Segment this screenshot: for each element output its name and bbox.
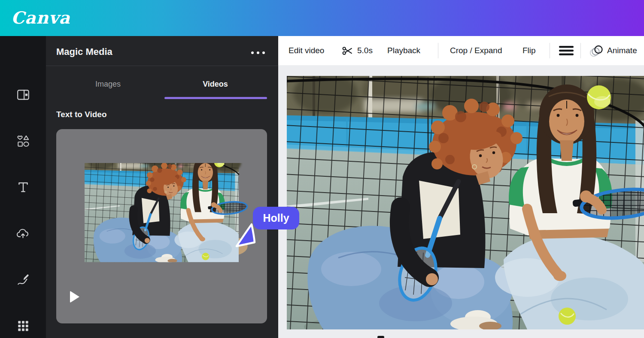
playback-button[interactable]: Playback xyxy=(387,36,420,65)
active-tab-underline xyxy=(164,97,267,99)
uploads-cloud-icon xyxy=(16,227,30,241)
edit-video-button[interactable]: Edit video xyxy=(289,36,324,65)
animate-button[interactable]: Animate xyxy=(590,36,637,65)
more-dots-icon[interactable] xyxy=(248,48,268,57)
video-thumbnail[interactable] xyxy=(56,163,267,272)
crop-expand-button[interactable]: Crop / Expand xyxy=(450,36,502,65)
animate-label: Animate xyxy=(607,46,637,55)
canva-logo: Canva xyxy=(11,8,70,27)
play-icon[interactable] xyxy=(70,291,79,303)
sidebar-item-apps[interactable] xyxy=(0,311,46,338)
toolbar-divider xyxy=(550,43,550,58)
trim-duration: 5.0s xyxy=(357,46,373,55)
magic-media-panel: Magic Media Images Videos Text to Video xyxy=(46,36,278,338)
brand-header: Canva xyxy=(0,0,644,36)
toolbar-divider xyxy=(438,43,438,58)
sidebar-item-text[interactable] xyxy=(0,172,46,202)
collaborator-name-badge: Holly xyxy=(253,207,299,229)
text-icon xyxy=(16,180,30,194)
menu-lines-icon xyxy=(559,45,574,56)
section-title: Text to Video xyxy=(56,110,107,119)
tab-videos[interactable]: Videos xyxy=(164,75,267,93)
animate-circles-icon xyxy=(590,45,603,57)
sidebar xyxy=(0,36,46,338)
panel-title: Magic Media xyxy=(56,46,112,57)
toolbar: Edit video 5.0s Playback Crop / Expand F… xyxy=(278,36,644,66)
apps-grid-icon xyxy=(16,319,30,333)
page-handle xyxy=(377,336,384,338)
panel-divider xyxy=(46,66,278,66)
sidebar-item-design[interactable] xyxy=(0,79,46,110)
collaborator-cursor-icon xyxy=(234,223,258,248)
sidebar-item-uploads[interactable] xyxy=(0,218,46,249)
sidebar-item-elements[interactable] xyxy=(0,126,46,157)
trim-button[interactable]: 5.0s xyxy=(342,36,373,65)
draw-pen-icon xyxy=(16,273,30,287)
scissors-icon xyxy=(342,45,353,57)
position-menu-button[interactable] xyxy=(559,36,574,65)
elements-shapes-icon xyxy=(16,134,30,148)
toolbar-divider xyxy=(580,43,581,58)
design-grid-icon xyxy=(16,88,30,102)
canvas-area xyxy=(278,65,644,338)
canvas-video-element[interactable] xyxy=(287,76,644,329)
sidebar-item-draw[interactable] xyxy=(0,264,46,295)
collaborator-name: Holly xyxy=(263,212,289,224)
tab-images[interactable]: Images xyxy=(56,75,160,93)
flip-button[interactable]: Flip xyxy=(522,36,536,65)
